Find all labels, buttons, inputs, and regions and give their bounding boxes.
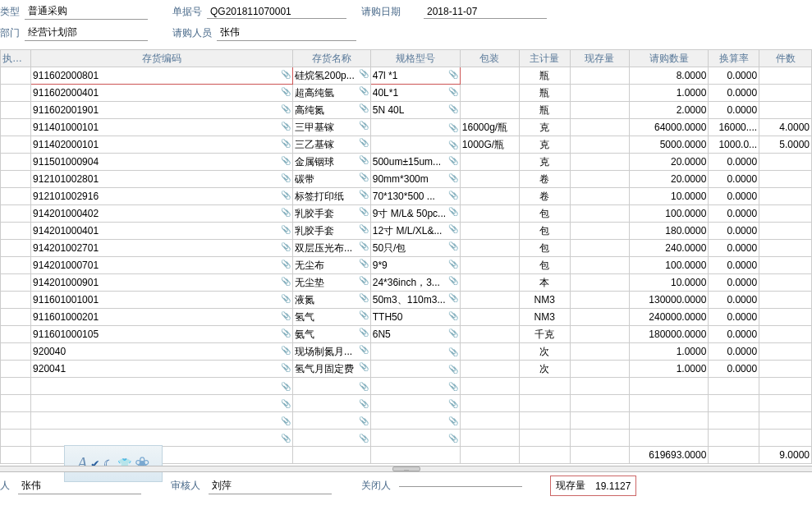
lookup-icon[interactable]: 📎 xyxy=(281,311,291,320)
splitter-grip-icon[interactable]: ⋯ xyxy=(392,466,420,471)
cell-stock[interactable] xyxy=(570,309,629,326)
cell-pcs[interactable] xyxy=(759,292,812,309)
purchase-grid[interactable]: 执行人 存货编码 存货名称 规格型号 包装 主计量 现存量 请购数量 换算率 件… xyxy=(0,49,812,464)
cell-pack[interactable]: 16000g/瓶 xyxy=(460,119,519,136)
cell-unit[interactable]: 瓶 xyxy=(519,85,570,102)
lookup-icon[interactable]: 📎 xyxy=(448,276,458,285)
cell-stock[interactable] xyxy=(570,119,629,136)
cell-code[interactable]: 911602000801📎 xyxy=(31,67,293,85)
table-row[interactable]: 914201000701📎无尘布📎9*9📎包100.00000.0000 xyxy=(1,257,812,274)
cell-rate[interactable]: 0.0000 xyxy=(709,309,759,326)
lookup-icon[interactable]: 📎 xyxy=(281,329,291,338)
cell-unit[interactable]: 卷 xyxy=(519,171,570,188)
lookup-icon[interactable]: 📎 xyxy=(448,329,458,338)
lookup-icon[interactable]: 📎 xyxy=(281,346,291,355)
cell-name[interactable]: 标签打印纸📎 xyxy=(293,188,371,205)
cell-stock[interactable] xyxy=(570,240,629,257)
table-row[interactable]: 914201002701📎双层压光布...📎50只/包📎包240.00000.0… xyxy=(1,240,812,257)
lookup-icon[interactable]: 📎 xyxy=(281,191,291,200)
lookup-icon[interactable]: 📎 xyxy=(359,241,369,250)
table-row-empty[interactable]: 📎📎📎 xyxy=(1,412,812,430)
cell-name[interactable]: 碳带📎 xyxy=(293,171,371,188)
field-reqdate[interactable]: 2018-11-07 xyxy=(424,5,547,19)
cell-qty[interactable]: 20.0000 xyxy=(629,154,709,171)
cell-exec[interactable] xyxy=(1,223,31,240)
lookup-icon[interactable]: 📎 xyxy=(448,382,458,391)
cell-spec[interactable]: 📎 xyxy=(370,119,460,136)
lookup-icon[interactable]: 📎 xyxy=(448,87,458,96)
col-pack[interactable]: 包装 xyxy=(460,50,519,67)
cell-pack[interactable] xyxy=(460,205,519,223)
cell-pack[interactable] xyxy=(460,67,519,85)
cell-pcs[interactable] xyxy=(759,309,812,326)
lookup-icon[interactable]: 📎 xyxy=(448,399,458,408)
cell-exec[interactable] xyxy=(1,343,31,361)
cell-spec[interactable]: TTH50📎 xyxy=(370,309,460,326)
cell-stock[interactable] xyxy=(570,343,629,361)
lookup-icon[interactable]: 📎 xyxy=(281,87,291,96)
cell-code[interactable]: 920041📎 xyxy=(31,361,293,378)
table-row[interactable]: 911402000101📎三乙基镓📎📎1000G/瓶克5000.00001000… xyxy=(1,136,812,154)
cell-rate[interactable]: 0.0000 xyxy=(709,171,759,188)
lookup-icon[interactable]: 📎 xyxy=(359,276,369,285)
cell-code[interactable]: 911602000401📎 xyxy=(31,85,293,102)
cell-rate[interactable]: 0.0000 xyxy=(709,343,759,361)
cell-qty[interactable]: 240000.0000 xyxy=(629,309,709,326)
cell-name[interactable]: 双层压光布...📎 xyxy=(293,240,371,257)
cell-spec[interactable]: 9寸 M/L& 50pc...📎 xyxy=(370,205,460,223)
field-buyer[interactable]: 张伟 xyxy=(217,25,356,41)
lookup-icon[interactable]: 📎 xyxy=(448,416,458,425)
cell-rate[interactable]: 0.0000 xyxy=(709,223,759,240)
table-row-empty[interactable]: 📎📎📎 xyxy=(1,378,812,395)
cell-code[interactable]: 914201000402📎 xyxy=(31,205,293,223)
lookup-icon[interactable]: 📎 xyxy=(448,140,458,149)
lookup-icon[interactable]: 📎 xyxy=(359,69,369,78)
cell-pack[interactable] xyxy=(460,343,519,361)
cell-rate[interactable]: 0.0000 xyxy=(709,361,759,378)
cell-pack[interactable] xyxy=(460,102,519,119)
cell-qty[interactable]: 180.0000 xyxy=(629,223,709,240)
cell-rate[interactable]: 0.0000 xyxy=(709,102,759,119)
field-docno[interactable]: QG201811070001 xyxy=(207,5,346,19)
cell-pcs[interactable] xyxy=(759,274,812,292)
cell-spec[interactable]: 70*130*500 ...📎 xyxy=(370,188,460,205)
cell-exec[interactable] xyxy=(1,119,31,136)
cell-unit[interactable]: 克 xyxy=(519,136,570,154)
cell-spec[interactable]: 6N5📎 xyxy=(370,326,460,343)
cell-exec[interactable] xyxy=(1,171,31,188)
cell-pcs[interactable] xyxy=(759,361,812,378)
cell-name[interactable]: 乳胶手套📎 xyxy=(293,205,371,223)
lookup-icon[interactable]: 📎 xyxy=(281,173,291,182)
cell-spec[interactable]: 24*36inch，3...📎 xyxy=(370,274,460,292)
cell-pcs[interactable] xyxy=(759,257,812,274)
field-closer[interactable] xyxy=(399,485,522,487)
table-row[interactable]: 911602000401📎超高纯氩📎40L*1📎瓶1.00000.0000 xyxy=(1,85,812,102)
cell-rate[interactable]: 0.0000 xyxy=(709,67,759,85)
cell-pcs[interactable] xyxy=(759,343,812,361)
cell-pcs[interactable] xyxy=(759,102,812,119)
lookup-icon[interactable]: 📎 xyxy=(359,121,369,130)
lookup-icon[interactable]: 📎 xyxy=(281,242,291,251)
cell-exec[interactable] xyxy=(1,240,31,257)
cell-exec[interactable] xyxy=(1,361,31,378)
cell-qty[interactable]: 100.0000 xyxy=(629,257,709,274)
cell-code[interactable]: 911601000105📎 xyxy=(31,326,293,343)
cell-unit[interactable]: 瓶 xyxy=(519,102,570,119)
lookup-icon[interactable]: 📎 xyxy=(359,328,369,337)
cell-name[interactable]: 高纯氮📎 xyxy=(293,102,371,119)
horizontal-splitter[interactable]: ⋯ xyxy=(0,466,812,472)
table-row[interactable]: 911601001001📎液氮📎50m3、110m3...📎NM3130000.… xyxy=(1,292,812,309)
lookup-icon[interactable]: 📎 xyxy=(281,434,291,443)
cell-rate[interactable]: 0.0000 xyxy=(709,85,759,102)
cell-pcs[interactable] xyxy=(759,223,812,240)
cell-pack[interactable] xyxy=(460,171,519,188)
field-reviewer[interactable]: 刘萍 xyxy=(209,478,332,494)
cell-rate[interactable]: 0.0000 xyxy=(709,326,759,343)
table-row[interactable]: 911401000101📎三甲基镓📎📎16000g/瓶克64000.000016… xyxy=(1,119,812,136)
cell-name[interactable]: 氢气📎 xyxy=(293,309,371,326)
cell-code[interactable]: 914201000401📎 xyxy=(31,223,293,240)
cell-code[interactable]: 912101002916📎 xyxy=(31,188,293,205)
cell-stock[interactable] xyxy=(570,85,629,102)
col-rate[interactable]: 换算率 xyxy=(709,50,759,67)
cell-pack[interactable] xyxy=(460,361,519,378)
